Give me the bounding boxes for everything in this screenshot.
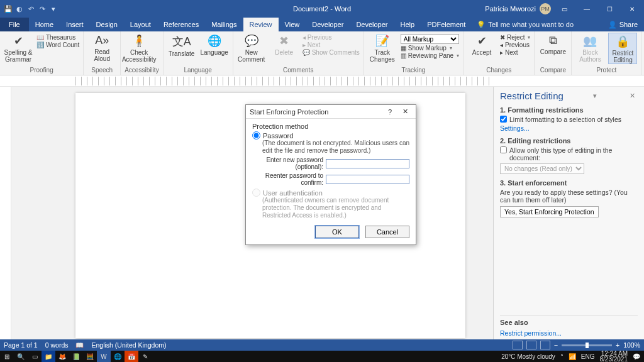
tab-references[interactable]: References <box>157 18 205 31</box>
block-authors-button[interactable]: 👥 Block Authors <box>575 33 604 63</box>
qat-unknown-icon[interactable]: ◐ <box>15 4 24 13</box>
tab-pdfelement[interactable]: PDFelement <box>421 18 472 31</box>
next-comment-button[interactable]: ▸ Next <box>303 41 360 48</box>
check-accessibility-button[interactable]: 🧍 Check Accessibility <box>125 33 153 63</box>
new-comment-button[interactable]: 💬 New Comment <box>237 33 266 63</box>
taskbar-app-2[interactable]: 🦊 <box>55 351 69 362</box>
tab-layout[interactable]: Layout <box>124 18 157 31</box>
start-icon[interactable]: ⊞ <box>0 351 14 362</box>
tray-chevron-icon[interactable]: ˄ <box>560 353 564 360</box>
print-layout-icon[interactable] <box>526 341 536 349</box>
thesaurus-button[interactable]: 📖 Thesaurus <box>36 34 79 41</box>
userauth-radio <box>252 189 260 197</box>
taskbar-app-5[interactable]: W <box>97 351 111 362</box>
ribbon-display-icon[interactable]: ▭ <box>555 0 574 18</box>
tab-developer-2[interactable]: Developer <box>350 18 394 31</box>
prev-change-button[interactable]: ◂ Previous <box>500 41 530 48</box>
task-view-icon[interactable]: ▭ <box>28 351 42 362</box>
taskbar-app-6[interactable]: 🌐 <box>111 351 125 362</box>
close-icon[interactable]: ✕ <box>623 0 641 18</box>
redo-icon[interactable]: ↷ <box>38 4 47 13</box>
zoom-out-icon[interactable]: − <box>554 341 558 349</box>
restrict-permission-link[interactable]: Restrict permission... <box>500 329 562 337</box>
horizontal-ruler[interactable] <box>0 75 644 87</box>
taskbar-app-8[interactable]: ✎ <box>138 351 152 362</box>
share-button[interactable]: 👤 Share <box>608 21 644 29</box>
word-count-button[interactable]: 🔢 Word Count <box>36 41 79 48</box>
vertical-ruler[interactable] <box>0 87 11 339</box>
language-button[interactable]: 🌐 Language <box>200 33 229 56</box>
weather-widget[interactable]: 20°C Mostly cloudy <box>501 353 555 360</box>
start-enforcing-button[interactable]: Yes, Start Enforcing Protection <box>500 206 599 217</box>
show-comments-button[interactable]: 💬 Show Comments <box>303 49 360 56</box>
save-icon[interactable]: 💾 <box>4 4 13 13</box>
dialog-help-icon[interactable]: ? <box>383 106 397 118</box>
tab-review[interactable]: Review <box>243 18 279 31</box>
clock-date[interactable]: 8/23/2021 <box>600 356 628 362</box>
group-comments: Comments <box>237 67 360 75</box>
zoom-slider[interactable] <box>562 344 612 346</box>
page-number-status[interactable]: Page 1 of 1 <box>4 341 38 349</box>
new-password-input[interactable] <box>326 159 409 168</box>
prev-comment-button[interactable]: ◂ Previous <box>303 34 360 41</box>
restrict-editing-button[interactable]: 🔒 Restrict Editing <box>608 33 637 64</box>
allow-editing-checkbox[interactable] <box>500 146 507 153</box>
read-aloud-button[interactable]: A» Read Aloud <box>87 33 116 62</box>
formatting-settings-link[interactable]: Settings... <box>500 124 530 132</box>
tab-insert[interactable]: Insert <box>60 18 90 31</box>
tell-me-search[interactable]: 💡 Tell me what you want to do <box>477 21 574 29</box>
spelling-grammar-button[interactable]: ✔ Spelling & Grammar <box>4 33 33 63</box>
tray-network-icon[interactable]: 📶 <box>569 353 576 360</box>
search-icon[interactable]: 🔍 <box>14 351 28 362</box>
undo-icon[interactable]: ↶ <box>26 4 35 13</box>
window-title: Document2 - Word <box>293 5 351 13</box>
taskbar-app-7[interactable]: 📅 <box>125 351 138 362</box>
accept-button[interactable]: ✔ Accept <box>467 33 496 56</box>
password-radio[interactable] <box>252 131 260 140</box>
dialog-close-icon[interactable]: ✕ <box>398 106 412 118</box>
web-layout-icon[interactable] <box>540 341 550 349</box>
zoom-in-icon[interactable]: + <box>616 341 619 349</box>
qat-customize-icon[interactable]: ▾ <box>49 4 58 13</box>
sidepane-options-icon[interactable]: ▾ <box>591 92 599 100</box>
editing-type-select[interactable]: No changes (Read only) <box>500 163 584 174</box>
show-markup-button[interactable]: ▦ Show Markup▾ <box>401 45 459 52</box>
user-name[interactable]: Patricia Mworozi <box>485 5 536 13</box>
reviewing-pane-button[interactable]: ▥ Reviewing Pane▾ <box>401 52 459 59</box>
tab-developer[interactable]: Developer <box>306 18 350 31</box>
taskbar-app-1[interactable]: 📁 <box>42 351 55 362</box>
password-radio-label: Password <box>263 132 293 140</box>
action-center-icon[interactable]: 💬 <box>633 353 640 360</box>
tab-design[interactable]: Design <box>90 18 124 31</box>
tab-view[interactable]: View <box>279 18 306 31</box>
delete-comment-button[interactable]: ✖ Delete <box>270 33 299 56</box>
reject-button[interactable]: ✖ Reject▾ <box>500 34 530 41</box>
minimize-icon[interactable]: — <box>577 0 596 18</box>
tab-mailings[interactable]: Mailings <box>205 18 243 31</box>
ok-button[interactable]: OK <box>315 226 359 238</box>
read-mode-icon[interactable] <box>513 341 523 349</box>
tab-file[interactable]: File <box>0 18 29 31</box>
ime-indicator[interactable]: ENG <box>581 353 595 360</box>
taskbar-app-4[interactable]: 🧮 <box>83 351 97 362</box>
zoom-level[interactable]: 100% <box>623 341 640 349</box>
compare-button[interactable]: ⧉ Compare <box>538 33 567 55</box>
language-status[interactable]: English (United Kingdom) <box>91 341 166 349</box>
limit-formatting-checkbox[interactable] <box>500 116 507 123</box>
avatar[interactable]: PM <box>540 3 551 14</box>
restrict-editing-pane: Restrict Editing ▾ ✕ 1. Formatting restr… <box>493 87 644 339</box>
sidepane-close-icon[interactable]: ✕ <box>627 92 638 100</box>
tab-home[interactable]: Home <box>29 18 60 31</box>
markup-display-combo[interactable]: All Markup <box>401 34 459 44</box>
translate-button[interactable]: 文A Translate <box>167 33 196 57</box>
confirm-password-input[interactable] <box>326 175 409 184</box>
spell-status-icon[interactable]: 📖 <box>75 341 84 349</box>
taskbar-app-3[interactable]: 📗 <box>69 351 83 362</box>
next-change-button[interactable]: ▸ Next <box>500 49 530 56</box>
word-count-status[interactable]: 0 words <box>45 341 69 349</box>
maximize-icon[interactable]: ☐ <box>600 0 619 18</box>
read-aloud-icon: A» <box>95 34 109 47</box>
track-changes-button[interactable]: 📝 Track Changes <box>368 33 397 63</box>
cancel-button[interactable]: Cancel <box>365 226 409 238</box>
tab-help[interactable]: Help <box>394 18 421 31</box>
